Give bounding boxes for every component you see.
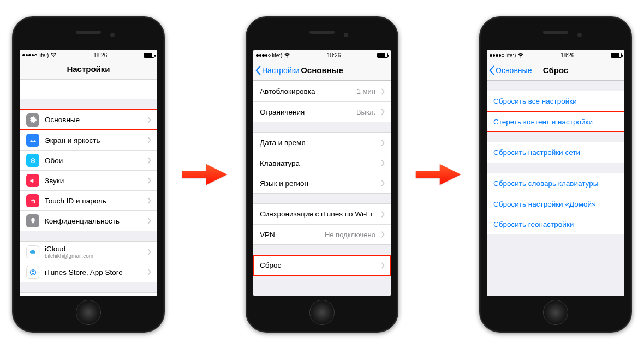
- chevron-right-icon: [381, 88, 385, 95]
- chevron-right-icon: [381, 211, 385, 218]
- chevron-right-icon: [147, 177, 152, 184]
- row-label: Ограничения: [260, 108, 351, 116]
- status-right: [377, 53, 388, 58]
- nav-title: Настройки: [67, 64, 110, 74]
- row-label: Конфиденциальность: [45, 217, 142, 225]
- status-bar: life:) 18:26: [20, 50, 157, 59]
- row-wallpaper[interactable]: Обои: [20, 150, 157, 170]
- clock-label: 18:26: [327, 52, 341, 58]
- phone-reset: life:) 18:26 Основные Сброс Сброси: [479, 16, 632, 333]
- chevron-right-icon: [147, 269, 152, 275]
- row-datetime[interactable]: Дата и время: [253, 133, 391, 153]
- row-keyboard[interactable]: Клавиатура: [253, 153, 391, 173]
- chevron-right-icon: [381, 160, 385, 166]
- gear-icon: [26, 113, 39, 127]
- row-value: Не подключено: [325, 231, 375, 239]
- row-reset[interactable]: Сброс: [253, 255, 391, 275]
- signal-icon: [22, 54, 37, 57]
- screen-reset: life:) 18:26 Основные Сброс Сброси: [487, 50, 624, 296]
- nav-bar: Настройки: [20, 59, 157, 79]
- row-label: Клавиатура: [260, 159, 375, 167]
- row-label: Экран и яркость: [45, 136, 142, 145]
- carrier-label: life:): [272, 52, 283, 58]
- row-language[interactable]: Язык и регион: [253, 173, 391, 193]
- svg-point-2: [32, 160, 34, 161]
- wifi-icon: [50, 52, 57, 58]
- status-left: life:): [22, 52, 57, 58]
- row-sounds[interactable]: Звуки: [20, 170, 157, 190]
- screen-settings: life:) 18:26 Настройки Основные: [20, 50, 157, 296]
- row-itunessync[interactable]: Синхронизация с iTunes по Wi-Fi: [253, 204, 391, 224]
- nav-back[interactable]: Настройки: [253, 60, 300, 80]
- row-reset-keyboard[interactable]: Сбросить словарь клавиатуры: [487, 173, 624, 194]
- row-label: Язык и регион: [260, 179, 375, 188]
- row-label: Стереть контент и настройки: [493, 118, 619, 126]
- nav-title: Основные: [301, 65, 343, 75]
- row-general[interactable]: Основные: [20, 110, 157, 130]
- row-icloud[interactable]: iCloud bilchikh@gmail.com: [20, 242, 157, 262]
- chevron-right-icon: [147, 249, 152, 255]
- row-reset-all[interactable]: Сбросить все настройки: [487, 91, 624, 111]
- carrier-label: life:): [39, 52, 49, 58]
- row-text: iCloud bilchikh@gmail.com: [45, 245, 142, 259]
- row-label: Сброс: [260, 261, 375, 269]
- chevron-right-icon: [147, 137, 152, 143]
- chevron-right-icon: [381, 262, 385, 269]
- row-privacy[interactable]: Конфиденциальность: [20, 210, 157, 231]
- hand-icon: [26, 214, 39, 227]
- row-label: Сбросить все настройки: [493, 97, 619, 105]
- chevron-right-icon: [381, 140, 385, 146]
- phone-general: life:) 18:26 Настройки Основные Ав: [246, 16, 398, 333]
- row-mail[interactable]: Почта, адреса, календари: [20, 293, 157, 296]
- nav-back-label: Настройки: [262, 66, 300, 75]
- status-right: [144, 53, 154, 58]
- row-display[interactable]: AA Экран и яркость: [20, 130, 157, 150]
- cloud-icon: [26, 245, 39, 258]
- chevron-right-icon: [381, 109, 385, 115]
- chevron-right-icon: [381, 231, 385, 238]
- row-label: Основные: [45, 116, 142, 124]
- appstore-icon: [26, 266, 39, 279]
- nav-back-label: Основные: [496, 66, 532, 75]
- row-label: iTunes Store, App Store: [45, 268, 142, 276]
- arrow-1: [181, 159, 229, 190]
- settings-list[interactable]: Основные AA Экран и яркость Обои: [20, 79, 157, 296]
- battery-icon: [611, 53, 622, 58]
- chevron-right-icon: [147, 197, 152, 204]
- chevron-right-icon: [147, 117, 152, 123]
- row-label: VPN: [260, 231, 319, 239]
- row-erase-all[interactable]: Стереть контент и настройки: [487, 111, 624, 131]
- status-right: [611, 53, 622, 58]
- row-reset-location[interactable]: Сбросить геонастройки: [487, 214, 624, 234]
- general-list[interactable]: Автоблокировка 1 мин Ограничения Выкл. Д…: [253, 81, 391, 296]
- row-sub: bilchikh@gmail.com: [45, 254, 142, 259]
- row-restrictions[interactable]: Ограничения Выкл.: [253, 101, 391, 122]
- row-autolock[interactable]: Автоблокировка 1 мин: [253, 81, 391, 101]
- sounds-icon: [26, 174, 39, 187]
- row-label: Сбросить геонастройки: [493, 220, 619, 228]
- row-label: Синхронизация с iTunes по Wi-Fi: [260, 210, 375, 218]
- row-reset-home[interactable]: Сбросить настройки «Домой»: [487, 194, 624, 214]
- brightness-icon: AA: [26, 134, 39, 147]
- status-bar: life:) 18:26: [487, 50, 624, 60]
- row-label: Звуки: [45, 177, 142, 185]
- chevron-right-icon: [147, 157, 152, 164]
- nav-back[interactable]: Основные: [487, 60, 532, 80]
- wallpaper-icon: [26, 154, 39, 167]
- row-value: 1 мин: [357, 87, 375, 95]
- row-itunes[interactable]: iTunes Store, App Store: [20, 262, 157, 282]
- row-label: Дата и время: [260, 139, 375, 147]
- row-value: Выкл.: [356, 108, 375, 116]
- battery-icon: [144, 53, 154, 58]
- reset-list[interactable]: Сбросить все настройки Стереть контент и…: [487, 81, 624, 296]
- row-reset-network[interactable]: Сбросить настройки сети: [487, 142, 624, 163]
- row-touchid[interactable]: Touch ID и пароль: [20, 190, 157, 210]
- chevron-right-icon: [147, 218, 152, 224]
- diagram-stage: life:) 18:26 Настройки Основные: [0, 0, 644, 349]
- wifi-icon: [517, 53, 524, 58]
- row-vpn[interactable]: VPN Не подключено: [253, 224, 391, 244]
- row-label: Сбросить словарь клавиатуры: [493, 179, 619, 188]
- nav-bar: Настройки Основные: [253, 60, 391, 81]
- row-label: iCloud: [45, 245, 142, 253]
- nav-title: Сброс: [543, 65, 568, 75]
